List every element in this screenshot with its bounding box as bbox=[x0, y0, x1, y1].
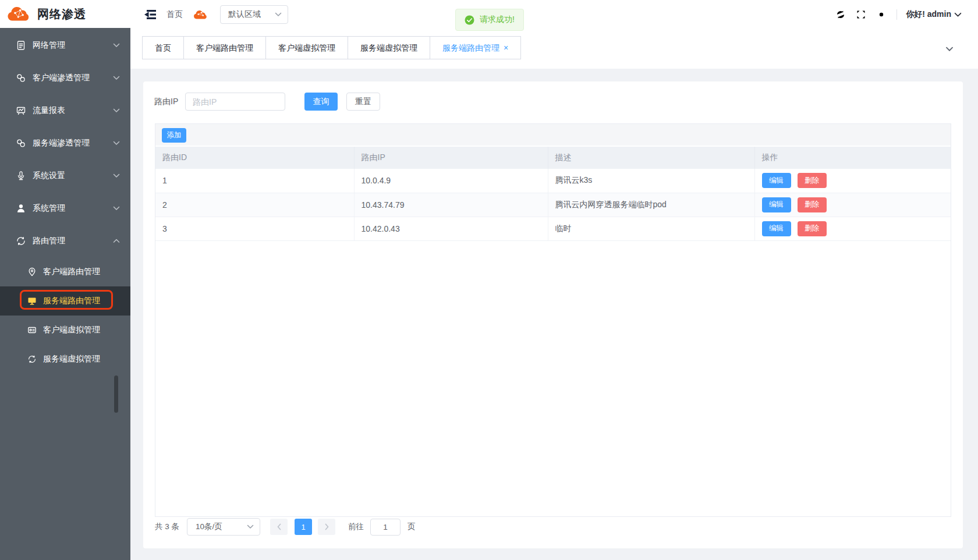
reset-button[interactable]: 重置 bbox=[346, 93, 380, 111]
cell-route-id: 1 bbox=[155, 169, 354, 193]
cell-route-ip: 10.42.0.43 bbox=[354, 217, 548, 240]
tab-server-route-mgmt[interactable]: 服务端路由管理× bbox=[430, 36, 521, 59]
cell-route-id: 3 bbox=[155, 217, 354, 240]
theme-sun-icon[interactable] bbox=[876, 9, 887, 20]
cell-route-ip: 10.43.74.79 bbox=[354, 193, 548, 217]
microphone-icon bbox=[16, 171, 26, 181]
page-size-value: 10条/页 bbox=[196, 522, 247, 532]
sidebar-item-client-route-mgmt[interactable]: 客户端路由管理 bbox=[0, 257, 130, 286]
edit-button[interactable]: 编辑 bbox=[762, 221, 791, 236]
sidebar-collapse-icon[interactable] bbox=[143, 8, 158, 22]
delete-button[interactable]: 删除 bbox=[798, 173, 827, 188]
col-header-route-id: 路由ID bbox=[155, 147, 354, 169]
monitor-icon bbox=[27, 296, 37, 306]
pagination: 共 3 条 10条/页 1 前往 页 bbox=[155, 518, 416, 536]
query-button[interactable]: 查询 bbox=[304, 93, 338, 111]
total-count: 共 3 条 bbox=[155, 522, 179, 532]
chevron-down-icon bbox=[247, 524, 254, 529]
edit-button[interactable]: 编辑 bbox=[762, 197, 791, 212]
user-menu[interactable]: 你好! admin bbox=[906, 9, 962, 20]
table-row: 1 10.0.4.9 腾讯云k3s 编辑删除 bbox=[155, 169, 951, 193]
cell-actions: 编辑删除 bbox=[754, 217, 951, 240]
route-submenu: 客户端路由管理 服务端路由管理 客户端虚拟管理 bbox=[0, 257, 130, 374]
refresh-icon bbox=[16, 236, 26, 246]
sidebar-item-client-penetration[interactable]: 客户端渗透管理 bbox=[0, 62, 130, 94]
page-size-select[interactable]: 10条/页 bbox=[187, 518, 260, 536]
cell-actions: 编辑删除 bbox=[754, 193, 951, 217]
greeting-text: 你好! admin bbox=[906, 9, 951, 20]
table-row: 3 10.42.0.43 临时 编辑删除 bbox=[155, 217, 951, 240]
sidebar-item-system-settings[interactable]: 系统设置 bbox=[0, 160, 130, 192]
sidebar-item-label: 客户端虚拟管理 bbox=[43, 325, 100, 335]
sidebar-item-network-mgmt[interactable]: 网络管理 bbox=[0, 29, 130, 62]
main-area: 首页 默认区域 bbox=[130, 0, 978, 560]
table-row: 2 10.43.74.79 腾讯云内网穿透服务端临时pod 编辑删除 bbox=[155, 193, 951, 217]
sidebar-item-label: 服务端虚拟管理 bbox=[43, 354, 100, 364]
sidebar-item-label: 网络管理 bbox=[33, 40, 113, 51]
col-header-desc: 描述 bbox=[548, 147, 754, 169]
tab-home[interactable]: 首页 bbox=[142, 36, 184, 59]
tab-client-route-mgmt[interactable]: 客户端路由管理 bbox=[183, 36, 266, 59]
tab-server-virtual-mgmt[interactable]: 服务端虚拟管理 bbox=[348, 36, 430, 59]
col-header-route-ip: 路由IP bbox=[354, 147, 548, 169]
chevron-down-icon bbox=[113, 76, 120, 80]
sidebar-menu: 网络管理 客户端渗透管理 流量报表 bbox=[0, 28, 130, 374]
col-header-actions: 操作 bbox=[754, 147, 951, 169]
topbar-home-link[interactable]: 首页 bbox=[166, 9, 183, 20]
chevron-down-icon bbox=[113, 43, 120, 48]
page-number-1[interactable]: 1 bbox=[295, 519, 312, 535]
link-icon bbox=[16, 73, 26, 83]
chevron-down-icon bbox=[113, 141, 120, 146]
prev-page-button[interactable] bbox=[270, 519, 288, 535]
sidebar-item-label: 路由管理 bbox=[33, 236, 113, 246]
tab-client-virtual-mgmt[interactable]: 客户端虚拟管理 bbox=[265, 36, 348, 59]
cloud-logo-icon bbox=[6, 5, 33, 23]
sidebar-item-label: 客户端路由管理 bbox=[43, 267, 100, 277]
region-select[interactable]: 默认区域 bbox=[220, 5, 288, 24]
chevron-left-icon bbox=[277, 523, 282, 530]
goto-page-input[interactable] bbox=[370, 519, 401, 536]
sidebar-item-client-virtual-mgmt[interactable]: 客户端虚拟管理 bbox=[0, 316, 130, 345]
sidebar-item-server-virtual-mgmt[interactable]: 服务端虚拟管理 bbox=[0, 345, 130, 374]
cloud-icon[interactable] bbox=[193, 9, 209, 20]
sidebar-item-server-penetration[interactable]: 服务端渗透管理 bbox=[0, 127, 130, 160]
fullscreen-icon[interactable] bbox=[856, 9, 866, 20]
cell-desc: 腾讯云内网穿透服务端临时pod bbox=[548, 193, 754, 217]
app-window: 网络渗透 网络管理 客户端渗透管理 bbox=[0, 0, 978, 560]
chevron-right-icon bbox=[324, 523, 329, 530]
region-select-value: 默认区域 bbox=[228, 9, 275, 20]
route-ip-label: 路由IP bbox=[154, 92, 178, 111]
sidebar-item-label: 流量报表 bbox=[33, 105, 113, 116]
sidebar-item-route-mgmt[interactable]: 路由管理 bbox=[0, 225, 130, 257]
location-pin-icon bbox=[27, 267, 37, 277]
next-page-button[interactable] bbox=[318, 519, 335, 535]
sidebar-scrollbar-thumb[interactable] bbox=[114, 375, 118, 413]
sidebar-item-label: 系统设置 bbox=[33, 171, 113, 181]
sidebar: 网络渗透 网络管理 客户端渗透管理 bbox=[0, 0, 130, 560]
route-table-section: 添加 路由ID 路由IP 描述 操作 bbox=[155, 123, 951, 517]
route-ip-input[interactable] bbox=[185, 93, 285, 111]
cell-route-id: 2 bbox=[155, 193, 354, 217]
edit-button[interactable]: 编辑 bbox=[762, 173, 791, 188]
link-icon bbox=[16, 138, 26, 148]
add-button[interactable]: 添加 bbox=[162, 128, 186, 143]
sidebar-item-label: 客户端渗透管理 bbox=[33, 73, 113, 83]
document-icon bbox=[16, 40, 26, 51]
chevron-down-icon bbox=[113, 108, 120, 113]
success-toast: 请求成功! bbox=[455, 9, 524, 31]
success-check-icon bbox=[465, 15, 474, 25]
delete-button[interactable]: 删除 bbox=[798, 197, 827, 212]
tab-close-icon[interactable]: × bbox=[504, 43, 508, 52]
delete-button[interactable]: 删除 bbox=[798, 221, 827, 236]
sidebar-item-traffic-report[interactable]: 流量报表 bbox=[0, 94, 130, 127]
refresh-icon[interactable] bbox=[835, 9, 846, 20]
app-title: 网络渗透 bbox=[37, 6, 86, 22]
page-suffix: 页 bbox=[408, 522, 416, 532]
tab-options-chevron-icon[interactable] bbox=[945, 47, 954, 52]
sidebar-item-system-mgmt[interactable]: 系统管理 bbox=[0, 192, 130, 225]
divider bbox=[897, 9, 897, 20]
topbar-actions: 你好! admin bbox=[825, 9, 962, 20]
content-card: 路由IP 查询 重置 添加 路由ID 路由IP 描述 bbox=[143, 81, 963, 548]
chevron-up-icon bbox=[113, 239, 120, 243]
sidebar-item-server-route-mgmt[interactable]: 服务端路由管理 bbox=[0, 286, 130, 316]
